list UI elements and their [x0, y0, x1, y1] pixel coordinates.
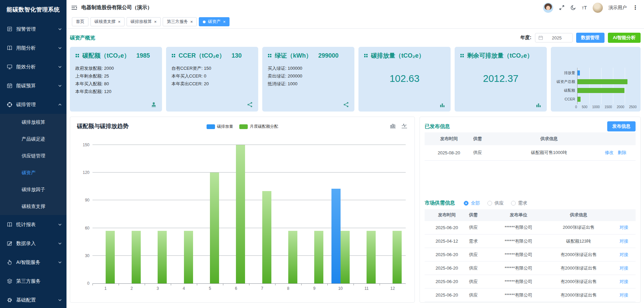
close-icon[interactable]: ×: [223, 20, 226, 24]
market-date: 2025-04-12: [425, 235, 469, 248]
sidebar-item-third-party[interactable]: 第三方服务: [0, 272, 66, 290]
bar-月度碳配额分配[interactable]: [210, 173, 219, 283]
y-axis-label: 60: [85, 226, 89, 230]
hand-icon: [7, 259, 12, 265]
dark-mode-icon[interactable]: [570, 5, 576, 10]
edit-icon: [7, 241, 12, 246]
close-icon[interactable]: ×: [154, 20, 157, 24]
bar-月度碳配额分配[interactable]: [262, 191, 271, 283]
sidebar-subitem-verification-support[interactable]: 碳核查支撑: [0, 198, 66, 215]
published-col-header: 供需: [473, 132, 503, 145]
connect-link[interactable]: 对接: [620, 292, 628, 298]
bar-月度碳配额分配[interactable]: [106, 231, 115, 283]
bar-月度碳配额分配[interactable]: [341, 231, 350, 283]
sidebar-item-ai-service[interactable]: AI智能服务: [0, 253, 66, 272]
collapse-menu-icon[interactable]: [71, 5, 77, 10]
market-filter-0[interactable]: 全部: [464, 200, 480, 206]
mini-axis-tick: 1000: [592, 105, 600, 109]
sidebar-item-base-config[interactable]: 基础配置: [0, 290, 66, 308]
connect-link[interactable]: 对接: [620, 225, 628, 230]
year-input[interactable]: 2025: [535, 33, 573, 42]
market-filter-2[interactable]: 需求: [511, 200, 527, 206]
bar-月度碳配额分配[interactable]: [132, 231, 141, 283]
bar-group-month-11: [353, 145, 379, 283]
bar-月度碳配额分配[interactable]: [288, 231, 297, 283]
card-detail-line: 卖出绿证: 200000: [268, 72, 349, 80]
connect-link[interactable]: 对接: [620, 239, 628, 244]
tab-4[interactable]: 碳资产×: [199, 17, 230, 26]
bar-月度碳配额分配[interactable]: [236, 145, 245, 283]
legend-swatch: [239, 124, 248, 129]
published-type: 供应: [473, 145, 503, 160]
market-table: 发布时间供需发布单位供求信息 2025-06-20供应******有限公司200…: [425, 209, 636, 302]
legend-item[interactable]: 碳排放量: [207, 124, 233, 129]
market-org: ******有限公司: [492, 248, 545, 261]
ai-analysis-button[interactable]: AI智能分析: [608, 33, 641, 43]
tab-0[interactable]: 首页: [72, 17, 88, 26]
username: 演示用户: [609, 5, 627, 11]
tab-2[interactable]: 碳排放核算×: [127, 17, 161, 26]
published-col-actions: [595, 132, 636, 145]
market-filter-1[interactable]: 供应: [487, 200, 504, 206]
bar-月度碳配额分配[interactable]: [314, 231, 323, 283]
bar-碳排放量[interactable]: [331, 189, 341, 283]
sidebar-item-efficiency[interactable]: 能效分析: [0, 57, 66, 76]
font-size-icon[interactable]: TT: [582, 5, 587, 10]
fullscreen-icon[interactable]: [559, 5, 565, 10]
delete-link[interactable]: 删除: [618, 150, 626, 155]
sidebar-item-reports[interactable]: 统计报表: [0, 215, 66, 234]
card-detail-line: 抵消绿证: 1000: [268, 80, 349, 88]
close-icon[interactable]: ×: [118, 20, 121, 24]
bar-toggle-icon[interactable]: [390, 123, 396, 130]
sidebar-subitem-carbon-accounting[interactable]: 碳排放核算: [0, 114, 66, 131]
publish-button[interactable]: 发布信息: [607, 121, 636, 131]
y-axis-label: 120: [83, 170, 89, 175]
grid-icon: [171, 54, 176, 58]
sidebar-item-energy-use[interactable]: 用能分析: [0, 38, 66, 57]
legend-item[interactable]: 月度碳配额分配: [239, 124, 278, 129]
sidebar-item-budget[interactable]: 能碳预算: [0, 76, 66, 95]
connect-link[interactable]: 对接: [620, 266, 628, 271]
market-info: 有2000张绿证出售: [545, 288, 612, 302]
sidebar-item-label: 第三方服务: [16, 278, 41, 284]
year-value: 2025: [544, 35, 569, 40]
bar-月度碳配额分配[interactable]: [158, 231, 167, 283]
connect-link[interactable]: 对接: [620, 279, 628, 284]
tab-1[interactable]: 碳核查支撑×: [90, 17, 125, 26]
user-avatar[interactable]: [593, 3, 603, 13]
bar-月度碳配额分配[interactable]: [393, 231, 402, 283]
bar-月度碳配额分配[interactable]: [184, 231, 193, 283]
close-icon[interactable]: ×: [190, 20, 193, 24]
sidebar-submenu: 碳排放核算产品碳足迹供应链管理碳资产碳排放因子碳核查支撑: [0, 114, 66, 215]
more-icon[interactable]: ⋮: [633, 4, 638, 11]
tabs-bar: 首页碳核查支撑×碳排放核算×第三方服务×碳资产×: [66, 15, 644, 29]
mini-bar: [578, 88, 624, 93]
sidebar-item-alarm[interactable]: 报警管理: [0, 20, 66, 38]
card-quota: 碳配额（tCO₂e）1985政府发放配额: 2000上年剩余配额: 25本年买入…: [70, 47, 162, 112]
line-toggle-icon[interactable]: [401, 123, 408, 130]
assistant-avatar[interactable]: [543, 3, 553, 13]
sidebar-item-label: 能效分析: [16, 64, 36, 70]
tab-3[interactable]: 第三方服务×: [163, 17, 197, 26]
tab-label: 碳资产: [208, 19, 221, 25]
sidebar-subitem-product-footprint[interactable]: 产品碳足迹: [0, 131, 66, 148]
bar-月度碳配额分配[interactable]: [367, 231, 376, 283]
bar-group-month-5: [197, 145, 223, 283]
x-axis-label: 1: [92, 286, 118, 291]
sidebar-subitem-emission-factor[interactable]: 碳排放因子: [0, 181, 66, 198]
x-axis-label: 10: [327, 286, 353, 291]
chart-title: 碳配额与碳排放趋势: [77, 122, 129, 130]
data-manage-button[interactable]: 数据管理: [576, 33, 605, 43]
bar-group-month-6: [223, 145, 249, 283]
market-date: 2025-06-20: [425, 261, 469, 275]
mini-bar: [578, 79, 627, 84]
sidebar-subitem-supply-chain[interactable]: 供应链管理: [0, 148, 66, 164]
connect-link[interactable]: 对接: [620, 252, 628, 257]
edit-link[interactable]: 修改: [605, 150, 614, 155]
sidebar-item-data-entry[interactable]: 数据录入: [0, 234, 66, 253]
bar-series: [92, 145, 406, 283]
sidebar-item-carbon-mgmt[interactable]: 碳排管理: [0, 95, 66, 114]
tab-label: 碳排放核算: [131, 19, 152, 25]
market-row: 2025-04-12需求******有限公司碳配额123吨对接: [425, 235, 636, 248]
sidebar-subitem-carbon-asset[interactable]: 碳资产: [0, 164, 66, 181]
